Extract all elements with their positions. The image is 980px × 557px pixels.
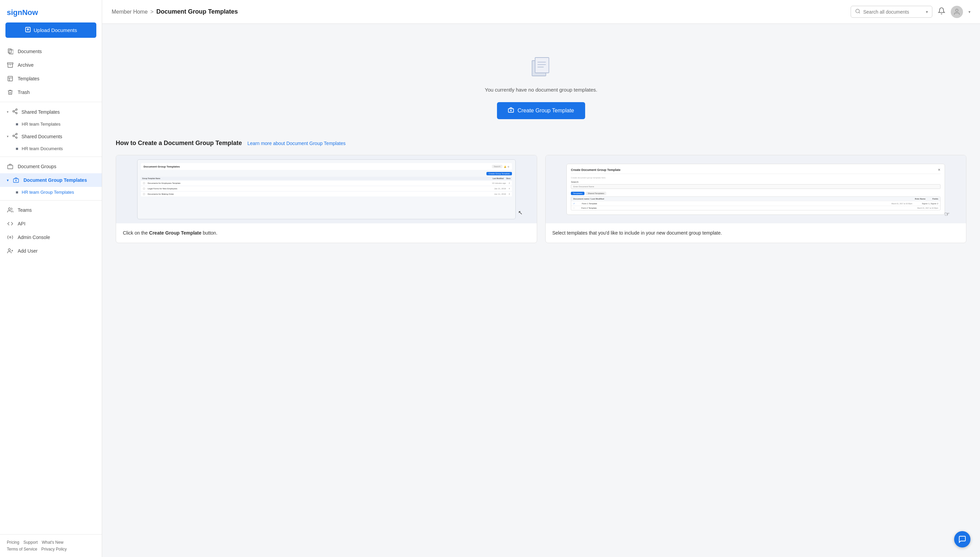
- page-header: Member Home > Document Group Templates ▾…: [102, 0, 980, 24]
- template-icon: [7, 75, 14, 82]
- search-dropdown-icon[interactable]: ▾: [926, 10, 928, 14]
- footer-links: Pricing Support What's New Terms of Serv…: [7, 540, 95, 552]
- svg-line-11: [14, 112, 16, 113]
- breadcrumb: Member Home > Document Group Templates: [112, 8, 238, 15]
- svg-point-15: [16, 137, 17, 138]
- create-group-template-icon: [508, 107, 514, 114]
- terms-link[interactable]: Terms of Service: [7, 547, 37, 552]
- svg-point-22: [8, 208, 11, 210]
- shared-docs-icon: [12, 133, 18, 140]
- sidebar-item-teams-label: Teams: [18, 207, 32, 213]
- learn-more-link[interactable]: Learn more about Document Group Template…: [247, 141, 346, 146]
- empty-state-text: You currently have no document group tem…: [485, 87, 597, 93]
- header-right: ▾ ▾: [851, 6, 970, 18]
- document-groups-label: Document Groups: [18, 164, 57, 169]
- add-user-icon: [7, 248, 14, 254]
- svg-point-13: [16, 134, 17, 135]
- upload-icon: [25, 26, 31, 34]
- chat-button[interactable]: [954, 531, 970, 547]
- page-content: You currently have no document group tem…: [102, 24, 980, 557]
- main-area: Member Home > Document Group Templates ▾…: [102, 0, 980, 557]
- mock-title-1: Document Group Templates: [144, 165, 180, 168]
- sidebar-item-hr-team-group-templates[interactable]: ■ HR team Group Templates: [0, 187, 102, 197]
- search-input[interactable]: [863, 9, 923, 15]
- sidebar-item-api[interactable]: API: [0, 217, 102, 231]
- svg-line-12: [14, 110, 16, 111]
- hr-team-documents-label: HR team Documents: [22, 146, 63, 151]
- sidebar-item-documents[interactable]: Documents: [0, 45, 102, 58]
- svg-point-8: [16, 109, 17, 111]
- document-group-templates-label: Document Group Templates: [23, 178, 87, 183]
- empty-state: You currently have no document group tem…: [116, 37, 966, 133]
- how-to-cards: Document Group Templates Search 🔔 ⚙ Crea…: [116, 155, 966, 243]
- sidebar-item-document-groups[interactable]: Document Groups: [0, 160, 102, 173]
- sidebar-item-documents-label: Documents: [18, 49, 42, 54]
- support-link[interactable]: Support: [23, 540, 38, 545]
- folder-icon: ■: [16, 122, 18, 127]
- avatar-dropdown-icon[interactable]: ▾: [969, 10, 970, 14]
- svg-rect-1: [8, 49, 11, 53]
- mock-modal-title: Create Document Group Template: [571, 168, 620, 172]
- svg-rect-31: [535, 57, 549, 73]
- logo: signNow: [0, 0, 102, 23]
- svg-point-23: [10, 237, 11, 238]
- breadcrumb-parent[interactable]: Member Home: [112, 9, 148, 15]
- sidebar-item-shared-documents[interactable]: ▾ Shared Documents: [0, 129, 102, 143]
- sidebar-item-archive-label: Archive: [18, 62, 34, 68]
- svg-point-27: [856, 9, 860, 13]
- document-group-templates-icon: [13, 177, 20, 184]
- mock-modal: Create Document Group Template ✕ Create …: [566, 164, 945, 215]
- logo-text: signNow: [7, 8, 38, 17]
- chevron-down-icon-2: ▾: [7, 135, 8, 138]
- sidebar-item-teams[interactable]: Teams: [0, 203, 102, 217]
- breadcrumb-current: Document Group Templates: [156, 8, 238, 15]
- mock-row-3: Documents for Making Order Jun 11, 2019 …: [141, 192, 512, 197]
- empty-state-icon: [529, 54, 554, 80]
- svg-line-28: [859, 12, 860, 13]
- trash-icon: [7, 89, 14, 96]
- how-to-card-2: Create Document Group Template ✕ Create …: [545, 155, 967, 243]
- notification-bell-icon[interactable]: [938, 7, 945, 16]
- sidebar-item-trash[interactable]: Trash: [0, 85, 102, 99]
- search-box[interactable]: ▾: [851, 6, 932, 18]
- svg-rect-18: [8, 165, 13, 169]
- card-1-caption-prefix: Click on the: [123, 230, 149, 236]
- svg-point-24: [8, 249, 10, 251]
- svg-rect-3: [8, 63, 13, 64]
- folder-icon-2: ■: [16, 146, 18, 151]
- sidebar-item-templates[interactable]: Templates: [0, 72, 102, 85]
- sidebar-item-templates-label: Templates: [18, 76, 39, 81]
- svg-line-17: [14, 135, 16, 135]
- sidebar-item-hr-team-templates[interactable]: ■ HR team Templates: [0, 119, 102, 129]
- user-avatar[interactable]: [951, 6, 963, 18]
- sidebar-item-trash-label: Trash: [18, 90, 29, 95]
- sidebar-item-add-user-label: Add User: [18, 248, 37, 254]
- sidebar-item-admin-console[interactable]: Admin Console: [0, 231, 102, 244]
- breadcrumb-separator: >: [150, 9, 153, 15]
- sidebar-item-document-group-templates[interactable]: ▾ Document Group Templates: [0, 173, 102, 187]
- mock-row-2: Legal Forms for New Employees Jan 21, 20…: [141, 186, 512, 191]
- whats-new-link[interactable]: What's New: [42, 540, 63, 545]
- sidebar-footer: Pricing Support What's New Terms of Serv…: [0, 534, 102, 557]
- sidebar-item-hr-team-documents[interactable]: ■ HR team Documents: [0, 143, 102, 154]
- mock-row-1: Documents for Employees Template 10 minu…: [141, 181, 512, 186]
- pricing-link[interactable]: Pricing: [7, 540, 20, 545]
- upload-documents-button[interactable]: Upload Documents: [5, 23, 96, 38]
- sidebar-item-add-user[interactable]: Add User: [0, 244, 102, 258]
- sidebar-item-archive[interactable]: Archive: [0, 58, 102, 72]
- hand-cursor-icon: ☞: [944, 210, 950, 218]
- hr-team-group-templates-label: HR team Group Templates: [22, 190, 74, 195]
- privacy-link[interactable]: Privacy Policy: [41, 547, 67, 552]
- mock-tab-templates: Templates: [571, 192, 584, 195]
- upload-btn-label: Upload Documents: [34, 27, 77, 33]
- svg-point-29: [956, 9, 958, 11]
- svg-point-9: [13, 111, 14, 112]
- sidebar-item-admin-console-label: Admin Console: [18, 235, 50, 240]
- how-to-section: How to Create a Document Group Template …: [116, 140, 966, 243]
- mock-modal-placeholder: Create document group template here.: [571, 177, 941, 179]
- sidebar-item-api-label: API: [18, 221, 26, 226]
- svg-rect-5: [8, 76, 13, 81]
- card-2-caption: Select templates that you'd like to incl…: [546, 223, 966, 243]
- sidebar-item-shared-templates[interactable]: ▾ Shared Templates: [0, 105, 102, 119]
- create-group-template-button[interactable]: Create Group Template: [497, 102, 585, 119]
